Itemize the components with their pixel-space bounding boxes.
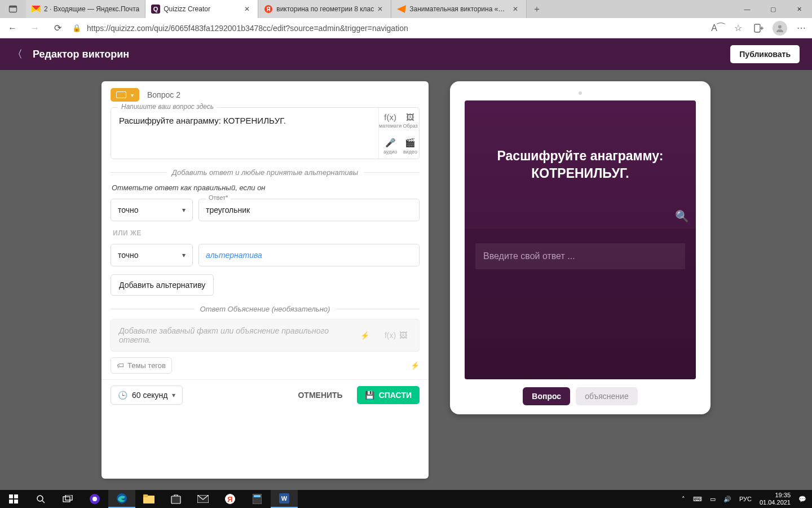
explanation-input[interactable]: Добавьте забавный факт или объяснение пр… xyxy=(111,319,357,351)
tags-input[interactable]: 🏷 Темы тегов xyxy=(111,357,172,374)
alt-answer-input[interactable] xyxy=(199,244,419,266)
insert-math-button[interactable]: f(x)математи xyxy=(379,108,401,133)
browser-tab-2[interactable]: Я викторина по геометрии 8 клас ✕ xyxy=(258,0,391,18)
insert-image-button[interactable]: 🖼Образ xyxy=(401,108,419,133)
question-number: Вопрос 2 xyxy=(147,90,180,99)
nav-back-button[interactable]: ← xyxy=(5,20,20,36)
workspace: ▾ Вопрос 2 Напишите ваш вопрос здесь Рас… xyxy=(0,70,812,490)
mic-icon: 🎤 xyxy=(385,138,396,148)
taskbar-app-yandex[interactable]: Я xyxy=(217,490,244,508)
question-type-selector[interactable]: ▾ xyxy=(111,88,139,102)
time-limit-select[interactable]: 🕒 60 секунд ▾ xyxy=(111,386,183,405)
chevron-down-icon: ▾ xyxy=(172,391,175,399)
read-aloud-icon[interactable]: A⁀ xyxy=(712,22,724,34)
save-button[interactable]: 💾 СПАСТИ xyxy=(357,386,420,404)
question-editor: ▾ Вопрос 2 Напишите ваш вопрос здесь Рас… xyxy=(102,81,429,479)
svg-line-19 xyxy=(42,501,45,503)
svg-rect-15 xyxy=(14,494,18,498)
tab-title: Занимательная викторина «Вес xyxy=(409,5,509,13)
preview-tab-question[interactable]: Вопрос xyxy=(523,387,570,405)
alt-answer-field xyxy=(198,244,420,266)
match-mode-select[interactable]: точно ▾ xyxy=(111,199,193,221)
explanation-box: Добавьте забавный факт или объяснение пр… xyxy=(111,319,420,352)
taskbar-app-alice[interactable] xyxy=(81,490,108,508)
tray-keyboard-icon[interactable]: ⌨ xyxy=(693,496,702,503)
browser-tab-3[interactable]: Занимательная викторина «Вес ✕ xyxy=(391,0,527,18)
taskbar-app-explorer[interactable] xyxy=(135,490,162,508)
window-maximize[interactable]: ▢ xyxy=(760,0,786,18)
answer-field-label: Ответ* xyxy=(206,194,231,201)
math-icon[interactable]: f(x) xyxy=(385,331,396,340)
nav-reload-button[interactable]: ⟳ xyxy=(50,20,65,36)
match-mode-value: точно xyxy=(118,205,139,214)
task-view-button[interactable] xyxy=(54,490,81,508)
question-field-label: Напишите ваш вопрос здесь xyxy=(118,103,217,111)
search-button[interactable] xyxy=(27,490,54,508)
answer-field: Ответ* xyxy=(198,199,420,221)
window-close[interactable]: ✕ xyxy=(786,0,812,18)
chevron-down-icon: ▾ xyxy=(131,92,134,98)
cancel-button[interactable]: ОТМЕНИТЬ xyxy=(289,386,351,405)
media-label: видео xyxy=(403,149,417,155)
window-titlebar: 2 · Входящие — Яндекс.Почта Q Quizizz Cr… xyxy=(0,0,812,18)
svg-rect-10 xyxy=(754,24,760,32)
powerup-icon[interactable]: ⚡ xyxy=(357,319,373,351)
media-label: математи xyxy=(379,123,401,129)
question-input[interactable]: Расшифруйте анаграмму: КОТРЕНИЛЬУГ. xyxy=(111,108,378,159)
svg-point-18 xyxy=(37,496,43,501)
more-icon[interactable]: ⋯ xyxy=(795,22,807,34)
back-button[interactable]: 〈 xyxy=(12,47,23,61)
answer-input[interactable] xyxy=(199,199,419,221)
taskbar-app-edge[interactable] xyxy=(108,490,135,508)
taskbar-app-calculator[interactable] xyxy=(244,490,271,508)
tray-clock[interactable]: 19:35 01.04.2021 xyxy=(760,492,791,506)
powerup-icon[interactable]: ⚡ xyxy=(411,361,420,370)
svg-rect-16 xyxy=(9,500,13,503)
svg-rect-1 xyxy=(10,6,17,8)
time-limit-value: 60 секунд xyxy=(132,391,167,400)
tray-chevron-up-icon[interactable]: ˄ xyxy=(682,496,685,503)
chevron-down-icon: ▾ xyxy=(182,251,186,259)
new-tab-button[interactable]: ＋ xyxy=(527,0,547,18)
close-icon[interactable]: ✕ xyxy=(513,5,520,13)
preview-answer-input[interactable] xyxy=(475,243,685,269)
alt-match-mode-select[interactable]: точно ▾ xyxy=(111,244,193,266)
or-label: ИЛИ ЖЕ xyxy=(113,229,417,237)
add-alternative-button[interactable]: Добавить альтернативу xyxy=(111,274,214,296)
insert-audio-button[interactable]: 🎤аудио xyxy=(379,133,401,159)
tray-volume-icon[interactable]: 🔊 xyxy=(723,496,731,503)
close-icon[interactable]: ✕ xyxy=(377,5,385,13)
taskbar-app-store[interactable] xyxy=(162,490,189,508)
lock-icon: 🔒 xyxy=(72,24,81,32)
device-camera-dot xyxy=(579,91,582,95)
preview-tab-explanation[interactable]: объяснение xyxy=(576,387,638,405)
yandex-favicon: Я xyxy=(264,5,273,14)
insert-video-button[interactable]: 🎬видео xyxy=(401,133,419,159)
close-icon[interactable]: ✕ xyxy=(244,5,252,13)
window-minimize[interactable]: — xyxy=(734,0,760,18)
taskbar-app-word[interactable]: W xyxy=(271,490,298,508)
tray-language[interactable]: РУС xyxy=(739,496,752,502)
svg-text:Я: Я xyxy=(227,495,232,503)
browser-tab-1[interactable]: Q Quizizz Creator ✕ xyxy=(145,0,258,18)
mail-favicon xyxy=(32,5,41,14)
profile-avatar[interactable] xyxy=(773,21,787,36)
fill-blank-icon xyxy=(116,91,126,98)
collections-icon[interactable] xyxy=(752,22,765,34)
browser-tab-0[interactable]: 2 · Входящие — Яндекс.Почта xyxy=(26,0,145,18)
start-button[interactable] xyxy=(0,490,27,508)
tray-notifications-icon[interactable]: 💬 xyxy=(798,496,806,503)
favorites-icon[interactable]: ☆ xyxy=(732,22,744,34)
taskbar-app-mail[interactable] xyxy=(189,490,217,508)
tab-title: викторина по геометрии 8 клас xyxy=(276,5,374,13)
tab-actions-icon[interactable] xyxy=(0,0,26,18)
publish-button[interactable]: Публиковать xyxy=(730,45,800,63)
preview-question-text: Расшифруйте анаграмму: КОТРЕНИЛЬУГ. xyxy=(479,147,681,182)
tray-battery-icon[interactable]: ▭ xyxy=(710,496,716,503)
tab-title: 2 · Входящие — Яндекс.Почта xyxy=(44,5,139,13)
zoom-icon[interactable]: 🔍 xyxy=(675,209,689,223)
address-bar[interactable]: 🔒 https://quizizz.com/quiz/6065f483fa129… xyxy=(72,24,705,33)
answers-hint: Отметьте ответ как правильный, если он xyxy=(112,183,418,192)
svg-text:Я: Я xyxy=(267,6,271,12)
image-icon[interactable]: 🖼 xyxy=(399,331,407,340)
